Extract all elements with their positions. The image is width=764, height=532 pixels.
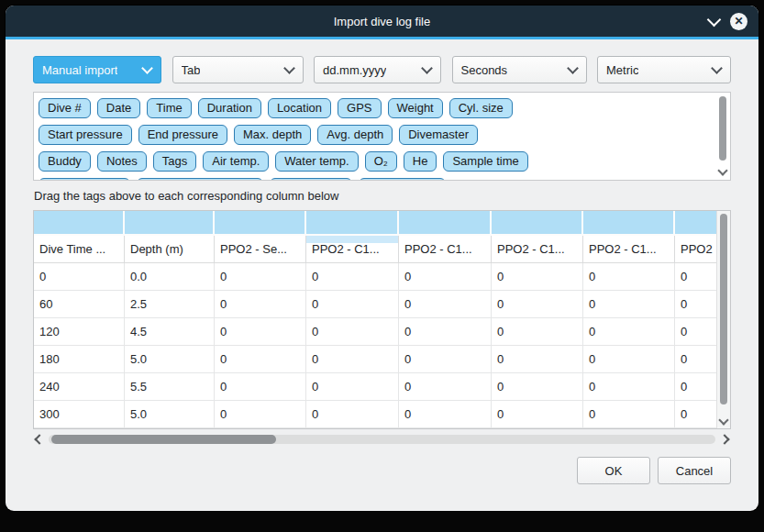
dropzone-row: [34, 211, 717, 236]
table-cell: 0: [215, 291, 306, 318]
tag-air-temp[interactable]: Air temp.: [203, 151, 269, 172]
scroll-left-arrow-icon[interactable]: [33, 433, 44, 446]
column-header[interactable]: PPO2: [675, 236, 717, 263]
tag-cyl-size[interactable]: Cyl. size: [449, 98, 513, 118]
table-cell: 0: [492, 401, 583, 428]
chevron-down-icon: [283, 62, 295, 74]
combobox-dd-mm-yyyy[interactable]: dd.mm.yyyy: [314, 56, 441, 83]
tag-scrollbar[interactable]: [717, 94, 728, 178]
column-drop-target[interactable]: [399, 211, 492, 236]
tag-row: Dive #DateTimeDurationLocationGPSWeightC…: [39, 98, 712, 118]
cancel-button[interactable]: Cancel: [658, 457, 731, 484]
table-cell: 0: [306, 373, 399, 401]
scrollbar-thumb[interactable]: [720, 214, 727, 405]
chevron-down-icon[interactable]: [707, 12, 722, 27]
combobox-value: dd.mm.yyyy: [323, 63, 386, 77]
column-header[interactable]: PPO2 - C1...: [306, 236, 399, 263]
tag-weight[interactable]: Weight: [388, 98, 443, 118]
scroll-down-arrow-icon[interactable]: [717, 416, 730, 427]
table-cell: 0: [34, 263, 125, 291]
table-cell: 0: [399, 346, 492, 373]
tag-end-pressure[interactable]: End pressure: [138, 125, 227, 145]
tag-location[interactable]: Location: [268, 98, 331, 118]
scroll-right-arrow-icon[interactable]: [720, 433, 731, 446]
table-cell: 180: [34, 346, 125, 373]
tag-sample-po[interactable]: Sample pO₂: [270, 178, 352, 181]
tag-time[interactable]: Time: [147, 98, 191, 118]
scrollbar-thumb[interactable]: [51, 435, 276, 444]
table-cell: 0: [492, 291, 583, 318]
tag-start-pressure[interactable]: Start pressure: [39, 125, 132, 145]
titlebar[interactable]: Import dive log file ✕: [6, 6, 758, 37]
column-header[interactable]: PPO2 - C1...: [492, 236, 583, 263]
table-vscrollbar[interactable]: [716, 211, 730, 428]
table-hscrollbar[interactable]: [33, 433, 731, 446]
button-row: OK Cancel: [33, 457, 731, 484]
scroll-down-arrow-icon[interactable]: [717, 166, 728, 177]
table-row: 602.5000000: [34, 291, 717, 318]
table-cell: 5.5: [125, 373, 215, 401]
table-cell: 0: [215, 401, 306, 428]
tag-divemaster[interactable]: Divemaster: [399, 125, 478, 145]
scrollbar-thumb[interactable]: [719, 96, 726, 161]
table-cell: 0: [399, 318, 492, 346]
column-drop-target[interactable]: [215, 211, 306, 236]
table-row: 3005.0000000: [34, 401, 717, 428]
combobox-seconds[interactable]: Seconds: [452, 56, 587, 83]
column-drop-target[interactable]: [125, 211, 215, 236]
table-cell: 0: [215, 373, 306, 401]
tag-gps[interactable]: GPS: [338, 98, 381, 118]
tag-dive[interactable]: Dive #: [39, 98, 91, 118]
table-cell: 300: [34, 401, 125, 428]
tag-duration[interactable]: Duration: [198, 98, 261, 118]
window-title: Import dive log file: [334, 15, 431, 28]
tag-notes[interactable]: Notes: [97, 151, 147, 172]
table-row: 1805.0000000: [34, 346, 717, 373]
tag-buddy[interactable]: Buddy: [39, 151, 91, 172]
column-header[interactable]: PPO2 - Se...: [215, 236, 306, 263]
chevron-down-icon: [141, 62, 153, 74]
import-dialog: Import dive log file ✕ Manual importTabd…: [6, 6, 758, 511]
tag-he[interactable]: He: [404, 151, 437, 172]
close-icon[interactable]: ✕: [730, 13, 747, 30]
ok-button[interactable]: OK: [577, 457, 650, 484]
tag-row: Start pressureEnd pressureMax. depthAvg.…: [39, 125, 712, 145]
tag-sample-time[interactable]: Sample time: [443, 151, 527, 172]
tag-sample-temperature[interactable]: Sample temperature: [137, 178, 263, 181]
combobox-manual-import[interactable]: Manual import: [33, 56, 161, 83]
column-header[interactable]: PPO2 - C1...: [399, 236, 492, 263]
table-cell: 0: [306, 263, 399, 291]
table-cell: 0: [675, 401, 717, 428]
column-drop-target[interactable]: [306, 211, 399, 236]
column-drop-target[interactable]: [583, 211, 675, 236]
tag-sample-depth[interactable]: Sample depth: [39, 178, 130, 181]
column-header[interactable]: Dive Time ...: [34, 236, 125, 263]
combobox-metric[interactable]: Metric: [597, 56, 731, 83]
table-cell: 0: [492, 346, 583, 373]
column-header[interactable]: PPO2 - C1...: [583, 236, 675, 263]
table-cell: 0: [399, 373, 492, 401]
tag-o[interactable]: O₂: [365, 151, 397, 172]
column-drop-target[interactable]: [492, 211, 583, 236]
combo-row: Manual importTabdd.mm.yyyySecondsMetric: [33, 56, 731, 83]
tag-tags[interactable]: Tags: [153, 151, 196, 172]
table-cell: 0: [675, 263, 717, 291]
combobox-tab[interactable]: Tab: [172, 56, 304, 83]
tag-water-temp[interactable]: Water temp.: [275, 151, 358, 172]
column-drop-target[interactable]: [34, 211, 125, 236]
table-cell: 4.5: [125, 318, 215, 346]
tag-rows: Dive #DateTimeDurationLocationGPSWeightC…: [34, 93, 730, 181]
table-cell: 0: [492, 373, 583, 401]
table-cell: 5.0: [125, 401, 215, 428]
table-cell: 0.0: [125, 263, 215, 291]
column-drop-target[interactable]: [675, 211, 717, 236]
tag-date[interactable]: Date: [97, 98, 140, 118]
table-cell: 0: [583, 373, 675, 401]
tag-avg-depth[interactable]: Avg. depth: [317, 125, 393, 145]
table-cell: 240: [34, 373, 125, 401]
scrollbar-track[interactable]: [49, 435, 715, 444]
tag-max-depth[interactable]: Max. depth: [234, 125, 311, 145]
column-header[interactable]: Depth (m): [125, 236, 215, 263]
table-cell: 0: [215, 318, 306, 346]
tag-sample-cns[interactable]: Sample CNS: [359, 178, 446, 181]
